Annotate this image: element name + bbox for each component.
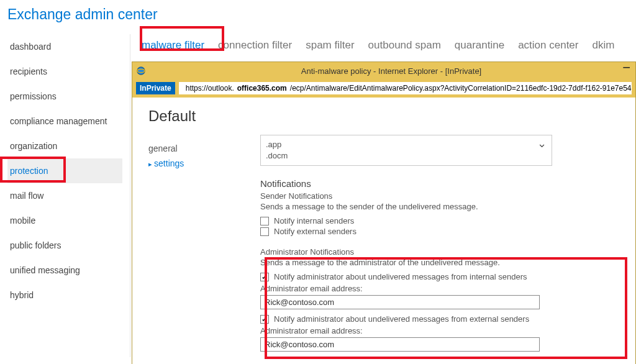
policy-nav-general[interactable]: general [148,141,260,156]
input-admin-email-external[interactable] [260,337,540,352]
sidebar-item-compliance[interactable]: compliance management [7,109,122,134]
tab-malware-filter[interactable]: malware filter [142,39,204,52]
label-notify-admin-external: Notify administrator about undelivered m… [274,314,529,324]
ie-window-title: Anti-malware policy - Internet Explorer … [147,66,635,76]
sidebar-item-mobile[interactable]: mobile [7,208,122,233]
tab-spam-filter[interactable]: spam filter [306,39,354,52]
label-admin-email-internal: Administrator email address: [260,284,619,293]
tab-quarantine[interactable]: quarantine [455,39,504,52]
policy-left-panel: Default general settings [148,107,260,355]
sidebar-item-mailflow[interactable]: mail flow [7,183,122,208]
sidebar-item-recipients[interactable]: recipients [7,59,122,84]
minimize-button[interactable]: − [622,63,630,72]
ie-logo-icon [136,66,147,76]
left-sidebar: dashboard recipients permissions complia… [0,34,130,357]
svg-point-0 [137,67,145,75]
filetype-line2: .docm [266,150,547,162]
policy-dialog-body: Default general settings .app .docm ⌄ No… [132,98,635,364]
url-path: /ecp/Antimalware/EditAntimalwarePolicy.a… [290,84,632,93]
ie-address-bar-row: InPrivate https://outlook.office365.com/… [132,80,635,98]
sender-notifications-subhead: Sender Notifications [260,191,619,201]
label-notify-internal-senders: Notify internal senders [274,216,354,225]
sidebar-item-organization[interactable]: organization [7,134,122,158]
ie-titlebar[interactable]: Anti-malware policy - Internet Explorer … [132,62,635,80]
sidebar-item-um[interactable]: unified messaging [7,258,122,283]
admin-notifications-subhead: Administrator Notifications [260,247,619,257]
sidebar-item-dashboard[interactable]: dashboard [7,34,122,59]
tab-action-center[interactable]: action center [518,39,578,52]
sender-notifications-desc: Sends a message to the sender of the und… [260,202,619,211]
ie-address-bar[interactable]: https://outlook.office365.com/ecp/Antima… [179,82,632,94]
app-title: Exchange admin center [7,6,629,23]
chevron-down-icon[interactable]: ⌄ [537,138,547,149]
main-content: dashboard recipients permissions complia… [0,34,636,357]
checkbox-notify-external-senders[interactable] [260,227,269,236]
label-notify-admin-internal: Notify administrator about undelivered m… [274,272,527,281]
checkbox-notify-admin-external[interactable]: ✓ [260,315,269,324]
filetype-listbox[interactable]: .app .docm ⌄ [260,135,552,166]
content-area: malware filter connection filter spam fi… [130,34,636,357]
inprivate-badge: InPrivate [136,82,175,94]
admin-notifications-desc: Sends a message to the administrator of … [260,258,619,267]
app-header: Exchange admin center [0,0,636,34]
checkbox-notify-admin-internal[interactable]: ✓ [260,273,269,281]
policy-nav-settings[interactable]: settings [148,156,260,171]
tab-connection-filter[interactable]: connection filter [218,39,292,52]
url-prefix: https://outlook. [186,84,234,93]
policy-right-panel: .app .docm ⌄ Notifications Sender Notifi… [260,107,619,355]
tab-outbound-spam[interactable]: outbound spam [368,39,441,52]
sidebar-item-hybrid[interactable]: hybrid [7,283,122,307]
sidebar-item-protection[interactable]: protection [7,158,122,183]
notifications-heading: Notifications [260,178,619,189]
filetype-line1: .app [266,139,547,150]
sidebar-item-publicfolders[interactable]: public folders [7,233,122,258]
label-notify-external-senders: Notify external senders [274,227,357,236]
input-admin-email-internal[interactable] [260,295,540,309]
checkbox-notify-internal-senders[interactable] [260,217,269,225]
ie-popup-window: Anti-malware policy - Internet Explorer … [132,61,636,364]
label-admin-email-external: Administrator email address: [260,326,619,335]
top-tabs: malware filter connection filter spam fi… [130,34,636,60]
url-host: office365.com [237,84,287,93]
tab-dkim[interactable]: dkim [592,39,614,52]
sidebar-item-permissions[interactable]: permissions [7,84,122,109]
policy-name: Default [148,107,260,125]
